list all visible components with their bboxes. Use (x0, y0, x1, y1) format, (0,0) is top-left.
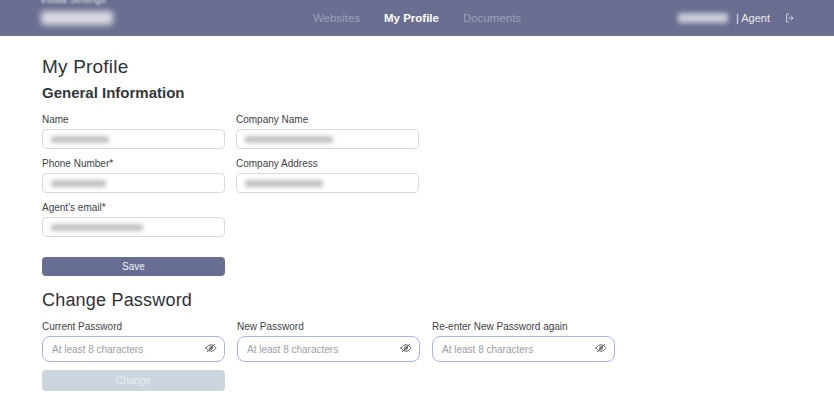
nav-item-websites[interactable]: Websites (313, 12, 360, 24)
reenter-password-input[interactable] (442, 344, 591, 355)
top-navbar: Visual Settings Websites My Profile Docu… (0, 0, 834, 36)
current-password-input[interactable] (52, 344, 201, 355)
username-redacted (678, 13, 728, 23)
change-password-form: Current Password New Password (42, 321, 834, 362)
redacted-value (51, 180, 106, 187)
field-reenter-password: Re-enter New Password again (432, 321, 615, 362)
toggle-current-password-visibility[interactable] (205, 342, 217, 357)
field-company-address: Company Address (236, 158, 419, 193)
company-name-input[interactable] (236, 129, 419, 149)
reenter-password-label: Re-enter New Password again (432, 321, 615, 332)
field-agent-email: Agent's email* (42, 202, 225, 237)
redacted-value (51, 224, 143, 231)
logout-icon (784, 12, 796, 24)
reenter-password-input-wrap (432, 336, 615, 362)
profile-page: My Profile General Information Name Comp… (0, 36, 834, 391)
navbar-account-area: | Agent (678, 0, 796, 36)
phone-number-label: Phone Number* (42, 158, 225, 169)
company-address-label: Company Address (236, 158, 419, 169)
role-label: | Agent (736, 12, 770, 24)
current-password-label: Current Password (42, 321, 225, 332)
new-password-input[interactable] (247, 344, 396, 355)
field-current-password: Current Password (42, 321, 225, 362)
page-title: My Profile (42, 56, 834, 78)
phone-number-input[interactable] (42, 173, 225, 193)
field-new-password: New Password (237, 321, 420, 362)
agent-email-input[interactable] (42, 217, 225, 237)
redacted-value (245, 180, 323, 187)
eye-off-icon (400, 342, 412, 357)
toggle-new-password-visibility[interactable] (400, 342, 412, 357)
general-information-heading: General Information (42, 84, 834, 101)
save-button[interactable]: Save (42, 257, 225, 276)
name-input[interactable] (42, 129, 225, 149)
company-name-label: Company Name (236, 114, 419, 125)
toggle-reenter-password-visibility[interactable] (595, 342, 607, 357)
new-password-input-wrap (237, 336, 420, 362)
company-address-input[interactable] (236, 173, 419, 193)
field-name: Name (42, 114, 225, 149)
name-label: Name (42, 114, 225, 125)
general-information-form: Name Company Name Phone Number* Comp (42, 114, 418, 246)
eye-off-icon (595, 342, 607, 357)
nav-item-my-profile[interactable]: My Profile (384, 12, 439, 24)
agent-email-label: Agent's email* (42, 202, 225, 213)
field-company-name: Company Name (236, 114, 419, 149)
logout-button[interactable] (784, 12, 796, 24)
new-password-label: New Password (237, 321, 420, 332)
redacted-value (245, 136, 333, 143)
field-phone-number: Phone Number* (42, 158, 225, 193)
nav-item-documents[interactable]: Documents (463, 12, 521, 24)
change-button[interactable]: Change (42, 370, 225, 391)
change-password-heading: Change Password (42, 290, 834, 311)
eye-off-icon (205, 342, 217, 357)
redacted-value (51, 136, 109, 143)
current-password-input-wrap (42, 336, 225, 362)
